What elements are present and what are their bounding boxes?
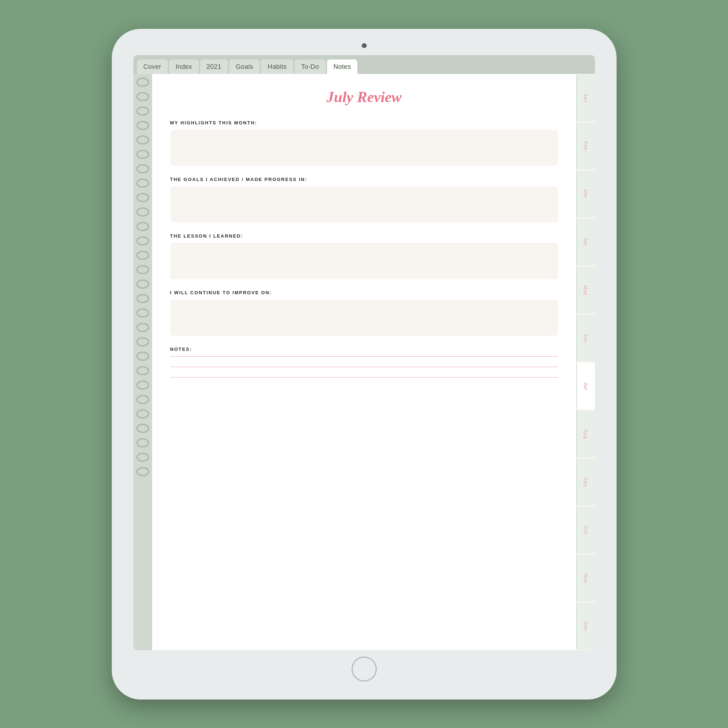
spiral-ring [136, 135, 149, 145]
spiral-ring [136, 164, 149, 173]
tabs-row: Cover Index 2021 Goals Habits To-Do Note… [133, 55, 595, 74]
spiral-ring [136, 409, 149, 419]
note-line-3 [170, 377, 558, 378]
spiral-ring [136, 92, 149, 101]
goals-label: THE GOALS I ACHIEVED / MADE PROGRESS IN: [170, 177, 558, 182]
improve-section: I WILL CONTINUE TO IMPROVE ON: [170, 290, 558, 336]
spiral-ring [136, 424, 149, 433]
spiral-ring [136, 381, 149, 390]
journal-page: July Review MY HIGHLIGHTS THIS MONTH: TH… [152, 74, 576, 650]
notes-section: NOTES: [170, 347, 558, 378]
spiral-ring [136, 366, 149, 375]
spiral-ring [136, 222, 149, 231]
tab-todo[interactable]: To-Do [295, 60, 326, 74]
note-line-2 [170, 367, 558, 367]
spiral-ring [136, 251, 149, 260]
improve-input[interactable] [170, 300, 558, 336]
month-tab-may[interactable]: May [576, 267, 595, 314]
highlights-label: MY HIGHLIGHTS THIS MONTH: [170, 120, 558, 125]
content-area: July Review MY HIGHLIGHTS THIS MONTH: TH… [133, 74, 595, 650]
tab-goals[interactable]: Goals [229, 60, 260, 74]
spiral-ring [136, 207, 149, 217]
spiral-binding [133, 74, 152, 650]
screen: Cover Index 2021 Goals Habits To-Do Note… [133, 55, 595, 650]
month-tab-feb[interactable]: Feb [576, 122, 595, 169]
notes-label: NOTES: [170, 347, 558, 352]
spiral-ring [136, 352, 149, 361]
spiral-ring [136, 179, 149, 188]
month-tab-jun[interactable]: Jun [576, 315, 595, 361]
spiral-ring [136, 453, 149, 462]
tablet: Cover Index 2021 Goals Habits To-Do Note… [112, 29, 616, 699]
lesson-section: THE LESSON I LEARNED: [170, 233, 558, 279]
spiral-ring [136, 78, 149, 87]
spiral-ring [136, 193, 149, 202]
spiral-ring [136, 337, 149, 347]
spiral-ring [136, 294, 149, 303]
page-title: July Review [170, 88, 558, 106]
spiral-ring [136, 438, 149, 448]
spiral-ring [136, 395, 149, 404]
spiral-ring [136, 121, 149, 130]
spiral-ring [136, 280, 149, 289]
goals-input[interactable] [170, 187, 558, 222]
camera [362, 43, 367, 48]
tab-habits[interactable]: Habits [261, 60, 293, 74]
highlights-input[interactable] [170, 130, 558, 166]
month-tab-apr[interactable]: Apr [576, 219, 595, 265]
month-tab-dec[interactable]: Dec [576, 603, 595, 649]
spiral-ring [136, 150, 149, 159]
month-tab-jan[interactable]: Jan [576, 75, 595, 121]
tab-cover[interactable]: Cover [137, 60, 168, 74]
highlights-section: MY HIGHLIGHTS THIS MONTH: [170, 120, 558, 166]
lesson-input[interactable] [170, 243, 558, 279]
improve-label: I WILL CONTINUE TO IMPROVE ON: [170, 290, 558, 295]
month-tab-oct[interactable]: Oct [576, 507, 595, 554]
month-tab-aug[interactable]: Aug [576, 411, 595, 457]
home-button[interactable] [352, 657, 377, 681]
month-tab-nov[interactable]: Nov [576, 555, 595, 601]
goals-section: THE GOALS I ACHIEVED / MADE PROGRESS IN: [170, 177, 558, 222]
month-tabs: Jan Feb Mar Apr May Jun Jul Aug Sep Oct … [576, 74, 595, 650]
spiral-ring [136, 265, 149, 274]
spiral-ring [136, 106, 149, 116]
spiral-ring [136, 236, 149, 246]
lesson-label: THE LESSON I LEARNED: [170, 233, 558, 239]
spiral-ring [136, 323, 149, 332]
tab-index[interactable]: Index [169, 60, 199, 74]
spiral-ring [136, 467, 149, 476]
month-tab-sep[interactable]: Sep [576, 459, 595, 506]
month-tab-mar[interactable]: Mar [576, 171, 595, 217]
tab-notes[interactable]: Notes [327, 60, 358, 74]
month-tab-jul[interactable]: Jul [576, 363, 595, 409]
tab-year[interactable]: 2021 [200, 60, 228, 74]
note-line-1 [170, 356, 558, 356]
spiral-ring [136, 308, 149, 318]
